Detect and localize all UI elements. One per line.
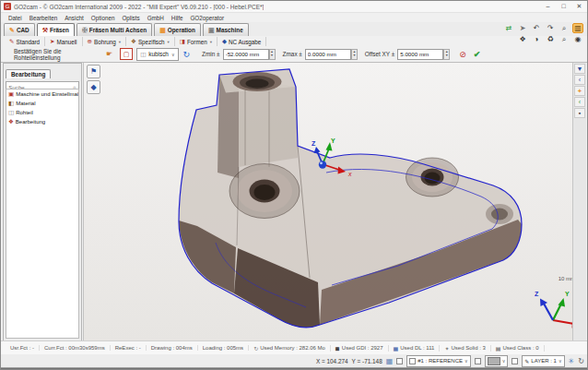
menu-datei[interactable]: Datei xyxy=(5,15,26,21)
zmax-stepper[interactable]: ▲▼ xyxy=(351,49,358,60)
recompute-stock-icon[interactable]: ↻ xyxy=(183,50,191,59)
rotate-mode-icon[interactable]: ↻ xyxy=(578,357,584,365)
color-select[interactable]: ∨ xyxy=(485,355,509,367)
tree-item-bearbeitung[interactable]: ❖ Bearbeitung xyxy=(6,117,78,126)
chevron-down-icon: ∨ xyxy=(171,52,175,57)
close-button[interactable]: ✕ xyxy=(571,1,587,12)
plane-select[interactable]: #1 : REFERENCE ∨ xyxy=(406,355,470,367)
tab-cad[interactable]: ✎ CAD xyxy=(4,23,35,36)
menu-optionen[interactable]: Optionen xyxy=(88,15,119,21)
measure-grid-icon[interactable]: ▥ xyxy=(572,23,583,33)
simulation-shield-button[interactable]: ◆ xyxy=(87,80,100,94)
loading-status: Loading : 005ms xyxy=(198,345,249,351)
used-dl-status: ▦ Used DL : 111 xyxy=(389,345,441,352)
zmin-stepper[interactable]: ▲▼ xyxy=(269,49,276,60)
plane-checkbox[interactable] xyxy=(409,358,416,364)
offset-xy-stepper[interactable]: ▲▼ xyxy=(443,49,450,60)
reexec-status: ReExec : - xyxy=(111,345,147,351)
stock-box-icon[interactable]: ▢ xyxy=(120,48,133,60)
menu-hilfe[interactable]: Hilfe xyxy=(168,15,187,21)
view-rotate-icon[interactable]: ❖ xyxy=(517,34,528,44)
confirm-check-icon[interactable]: ✔ xyxy=(474,50,481,59)
tab-bearbeitung[interactable]: Bearbeitung xyxy=(6,69,51,78)
layer-checkbox[interactable] xyxy=(512,358,518,364)
cube-icon: ◫ xyxy=(140,51,146,58)
tool-formen[interactable]: ◨ Formen ▾ xyxy=(175,37,218,47)
tab-maschine-label: Maschine xyxy=(217,27,243,33)
layer-value: LAYER : 1 xyxy=(531,358,557,364)
context-toolbar: Bestätigen Sie die Rohteileinstellung ☛ … xyxy=(1,46,587,63)
context-message: Bestätigen Sie die Rohteileinstellung xyxy=(1,48,102,61)
cancel-icon[interactable]: ⊘ xyxy=(459,50,466,59)
drawing-status: Drawing : 004ms xyxy=(147,345,198,351)
menu-ansicht[interactable]: Ansicht xyxy=(61,15,88,21)
menu-go2operator[interactable]: GO2operator xyxy=(186,15,228,21)
pick-hand-icon[interactable]: ☛ xyxy=(106,50,112,58)
formen-dropdown-arrow-icon: ▾ xyxy=(210,40,212,44)
x-coordinate: X = 104.274 xyxy=(316,358,348,364)
corner-z-label: Z xyxy=(535,291,539,297)
tool-nc-ausgabe[interactable]: ◆ NC Ausgabe xyxy=(218,37,266,47)
menu-bearbeiten[interactable]: Bearbeiten xyxy=(26,15,61,21)
stock-icon: ◫ xyxy=(8,109,14,116)
origin-y-label: Y xyxy=(331,137,335,144)
mill-icon: ⚒ xyxy=(42,27,48,34)
plane-value: #1 : REFERENCE xyxy=(417,358,463,364)
material-icon: ◧ xyxy=(8,100,14,107)
tree-item-material[interactable]: ◧ Material xyxy=(6,99,78,108)
tree-item-maschine[interactable]: ▣ Maschine und Einstellmaße xyxy=(6,90,78,99)
quickbar-row1: ⇄ ➤ ↶ ↷ ⌕ ▥ xyxy=(503,23,583,33)
zmin-input[interactable] xyxy=(223,49,269,60)
sync-icon[interactable]: ⇄ xyxy=(503,23,514,33)
stock-shape-select[interactable]: ◫ kubisch ∨ xyxy=(136,48,178,61)
tree-item-rohteil[interactable]: ◫ Rohteil xyxy=(6,108,78,117)
regenerate-icon[interactable]: ♻ xyxy=(545,34,556,44)
offset-xy-input[interactable] xyxy=(397,49,443,60)
curr-fct-status: Curr.Fct : 00m30s959ms xyxy=(40,345,111,351)
window-title: GO2cam - © GO2cam International 2009 - 2… xyxy=(14,4,264,10)
zoom-window-icon[interactable]: ⌕ xyxy=(559,23,570,33)
workplane-flag-button[interactable]: ⚑ xyxy=(87,65,100,78)
machine-setup-icon: ▣ xyxy=(8,90,14,98)
tree-item-bearbeitung-label: Bearbeitung xyxy=(16,119,45,125)
filter-icon[interactable]: ▼ xyxy=(574,64,585,74)
undo-icon[interactable]: ↶ xyxy=(531,23,542,33)
shading-icon[interactable]: ◑ xyxy=(531,34,542,44)
layer-select[interactable]: ✎ LAYER : 1 ∨ xyxy=(522,355,564,367)
pointer-icon[interactable]: ➤ xyxy=(517,23,528,33)
tool-manuell-label: Manuell xyxy=(56,39,76,45)
used-class-status: ▤ Used Class : 0 xyxy=(491,345,545,352)
operation-icon: ▦ xyxy=(159,27,166,34)
display-list-icon: ▦ xyxy=(394,345,399,352)
visibility-icon[interactable]: ◉ xyxy=(572,34,583,44)
redo-icon[interactable]: ↷ xyxy=(545,23,556,33)
tool-spezifisch[interactable]: ❖ Spezifisch ▾ xyxy=(126,37,175,47)
zoom-in-icon[interactable]: ⌕ xyxy=(559,34,570,44)
tab-operation-label: Operation xyxy=(168,27,195,33)
multiaxis-icon: ✠ xyxy=(82,27,88,34)
tab-operation[interactable]: ▦ Operation xyxy=(154,23,201,36)
tool-standard[interactable]: ✎ Standard xyxy=(5,37,45,47)
maximize-button[interactable]: □ xyxy=(556,1,571,12)
snap-icon[interactable]: ✳ xyxy=(569,357,575,365)
collapse-panel-icon[interactable]: ‹ xyxy=(574,75,585,85)
spezifisch-dropdown-arrow-icon: ▾ xyxy=(168,40,170,44)
viewport-3d[interactable]: ⚑ ◆ xyxy=(83,63,586,341)
menu-gmbh[interactable]: GmbH xyxy=(144,15,168,21)
grid-icon[interactable]: ▦ xyxy=(386,357,394,365)
deburr-tool-icon[interactable]: ✦ xyxy=(574,86,585,96)
manuell-icon: ➤ xyxy=(50,38,54,45)
color-checkbox[interactable] xyxy=(475,358,481,364)
tool-manuell[interactable]: ➤ Manuell xyxy=(45,37,83,47)
tab-fraesen[interactable]: ⚒ Fräsen xyxy=(37,23,75,36)
tool-bohrung[interactable]: ⊕ Bohrung ▾ xyxy=(83,37,127,47)
minimize-button[interactable]: – xyxy=(540,1,556,12)
machining-icon: ❖ xyxy=(8,118,14,125)
menu-oplists[interactable]: Oplists xyxy=(118,15,143,21)
tab-maschine[interactable]: ▣ Maschine xyxy=(203,23,249,36)
zmax-input[interactable] xyxy=(305,49,351,60)
grid-checkbox[interactable] xyxy=(396,358,403,364)
step-back-icon[interactable]: ‹ xyxy=(574,97,585,107)
tab-fraesen-multi-achsen[interactable]: ✠ Fräsen Multi Achsen xyxy=(76,23,152,36)
chip-icon[interactable]: ▪ xyxy=(574,108,585,118)
